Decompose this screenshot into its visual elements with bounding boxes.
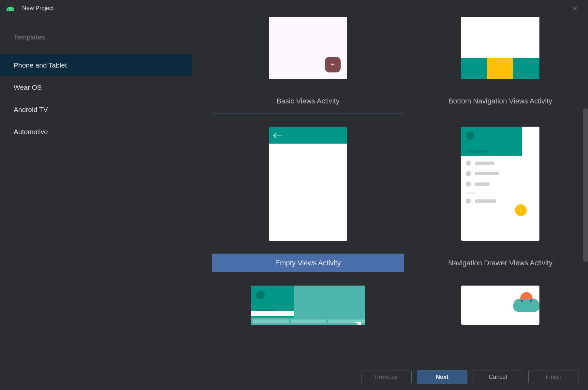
template-preview-icon: + bbox=[269, 17, 347, 79]
sidebar-item-label: Phone and Tablet bbox=[14, 61, 67, 69]
fab-plus-icon: + bbox=[325, 57, 341, 72]
template-responsive-views-activity[interactable] bbox=[212, 275, 404, 334]
sidebar-item-label: Wear OS bbox=[14, 84, 42, 91]
window-title: New Project bbox=[22, 5, 568, 12]
sidebar-item-automotive[interactable]: Automotive bbox=[0, 121, 192, 143]
game-controller-icon bbox=[513, 299, 539, 312]
fab-plus-icon: + bbox=[515, 204, 527, 216]
back-arrow-icon bbox=[275, 135, 282, 135]
more-icon bbox=[475, 217, 477, 223]
next-button[interactable]: Next bbox=[417, 370, 467, 384]
svg-line-3 bbox=[13, 6, 13, 8]
template-basic-views-activity[interactable]: + Basic Views Activity bbox=[212, 17, 404, 114]
template-empty-views-activity[interactable]: Empty Views Activity bbox=[212, 114, 404, 275]
finish-button[interactable]: Finish bbox=[528, 370, 579, 384]
sidebar-item-phone-tablet[interactable]: Phone and Tablet bbox=[0, 54, 192, 76]
new-project-wizard: New Project Templates Phone and Tablet W… bbox=[0, 0, 588, 390]
template-label: Bottom Navigation Views Activity bbox=[404, 92, 588, 114]
templates-scroll[interactable]: + Basic Views Activity bbox=[192, 17, 588, 364]
template-label: Empty Views Activity bbox=[212, 254, 404, 272]
template-bottom-navigation-views-activity[interactable]: Bottom Navigation Views Activity bbox=[404, 17, 588, 114]
template-preview-icon: + bbox=[461, 127, 539, 241]
template-preview-icon bbox=[461, 17, 539, 79]
content-area: Templates Phone and Tablet Wear OS Andro… bbox=[0, 17, 588, 364]
main-panel: + Basic Views Activity bbox=[192, 17, 588, 364]
sidebar-item-wear-os[interactable]: Wear OS bbox=[0, 76, 192, 99]
close-button[interactable] bbox=[568, 2, 581, 15]
template-label: Basic Views Activity bbox=[212, 92, 404, 114]
sidebar-item-label: Automotive bbox=[14, 128, 48, 135]
title-bar: New Project bbox=[0, 0, 588, 17]
sidebar-item-label: Android TV bbox=[14, 106, 48, 113]
svg-point-1 bbox=[12, 9, 12, 9]
avatar-icon bbox=[466, 131, 474, 140]
sidebar-item-android-tv[interactable]: Android TV bbox=[0, 99, 192, 121]
template-label: Navigation Drawer Views Activity bbox=[404, 254, 588, 275]
button-bar: Previous Next Cancel Finish bbox=[0, 364, 588, 390]
sidebar-heading: Templates bbox=[0, 33, 192, 54]
template-preview-icon bbox=[461, 286, 539, 325]
template-navigation-drawer-views-activity[interactable]: + Navigation Drawer Views Activity bbox=[404, 114, 588, 275]
template-preview-icon bbox=[269, 127, 347, 241]
template-game-activity[interactable] bbox=[404, 275, 588, 334]
svg-line-2 bbox=[7, 6, 8, 8]
expand-arrow-icon bbox=[345, 321, 362, 325]
previous-button[interactable]: Previous bbox=[361, 370, 412, 384]
template-preview-icon bbox=[251, 286, 365, 325]
svg-point-0 bbox=[8, 9, 9, 9]
android-icon bbox=[7, 6, 14, 11]
cancel-button[interactable]: Cancel bbox=[473, 370, 523, 384]
sidebar: Templates Phone and Tablet Wear OS Andro… bbox=[0, 17, 192, 364]
scrollbar[interactable] bbox=[583, 108, 588, 262]
